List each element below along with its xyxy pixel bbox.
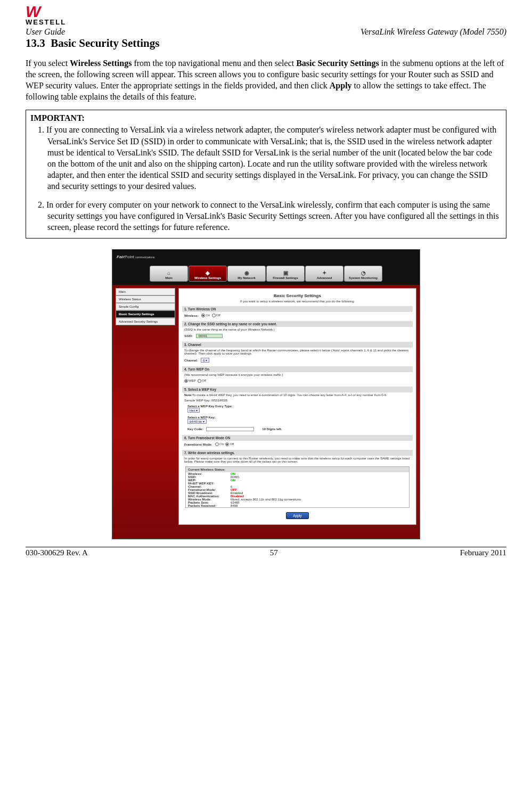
- wireless-off-radio[interactable]: [212, 314, 216, 317]
- section-title-text: Basic Security Settings: [51, 37, 159, 50]
- footer-center: 57: [270, 548, 278, 557]
- step-4-head: 4. Turn WEP On: [182, 366, 413, 372]
- step-1-head: 1. Turn Wireless ON: [182, 306, 413, 312]
- wireless-icon: ◈: [206, 270, 210, 276]
- wep-note: (We recommend using WEP because it encry…: [182, 372, 413, 377]
- wep-key-select-row: Select a WEP Key: 64/40 bit ▾: [182, 414, 413, 425]
- step-2-head: 2. Change the SSID setting to any name o…: [182, 321, 413, 327]
- wep-sample: Sample WEP Key: 0f5319f028: [182, 398, 413, 403]
- current-status-box: Current Wireless Status: Wireless:ONSSID…: [185, 466, 410, 508]
- tab-my-network[interactable]: ◉My Network: [227, 266, 266, 282]
- step-3-head: 3. Channel: [182, 342, 413, 348]
- panel-title: Basic Security Settings: [182, 293, 413, 298]
- frameburst-row: Frameburst Mode: On Off: [182, 441, 413, 448]
- important-item-1: 1. If you are connecting to VersaLink vi…: [30, 124, 502, 192]
- wep-toggle-row: WEP Off: [182, 377, 413, 384]
- sidebar-item-advanced-security[interactable]: Advanced Security Settings: [116, 318, 175, 325]
- header-right: VersaLink Wireless Gateway (Model 7550): [361, 27, 506, 37]
- brand-logo: W WESTELL: [26, 5, 506, 26]
- tab-advanced[interactable]: ✦Advanced: [305, 266, 343, 282]
- intro-paragraph: If you select Wireless Settings from the…: [26, 57, 506, 102]
- page-footer: 030-300629 Rev. A 57 February 2011: [26, 547, 506, 557]
- important-heading: IMPORTANT:: [30, 113, 502, 123]
- section-number: 13.3: [26, 37, 45, 50]
- important-note-box: IMPORTANT: 1. If you are connecting to V…: [26, 110, 506, 239]
- embedded-screenshot: FairPoint communications ⌂Main ◈Wireless…: [26, 249, 506, 539]
- wep-key-note: Note:To create a 64-bit WEP Key, you nee…: [182, 392, 413, 398]
- footer-right: February 2011: [460, 548, 506, 557]
- gear-icon: ✦: [322, 270, 326, 276]
- tab-system-monitoring[interactable]: ◔System Monitoring: [344, 266, 382, 282]
- tab-wireless-settings[interactable]: ◈Wireless Settings: [189, 266, 227, 282]
- step-5-head: 5. Select a WEP Key: [182, 387, 413, 392]
- ssid-row: SSID: 00001: [182, 332, 413, 340]
- sidebar: Main Wireless Status Simple Config Basic…: [116, 288, 175, 525]
- panel-subtitle: If you want to setup a wireless network,…: [182, 300, 413, 303]
- header-left: User Guide: [26, 27, 65, 37]
- channel-note: To change the channel of the frequency b…: [182, 348, 413, 356]
- status-rows: Wireless:ONSSID:00001WEP:ON64-BIT WEP KE…: [186, 472, 409, 507]
- step-7-head: 7. Write down wireless settings.: [182, 450, 413, 456]
- sidebar-item-wireless-status[interactable]: Wireless Status: [116, 295, 175, 303]
- frameburst-on-radio[interactable]: [215, 442, 219, 446]
- network-icon: ◉: [244, 270, 249, 276]
- wep-key-code-row: Key Code: 10 Digits left.: [182, 425, 413, 433]
- main-nav-tabs: ⌂Main ◈Wireless Settings ◉My Network ▣Fi…: [112, 264, 420, 285]
- wep-entry-type-row: Select a WEP Key Entry Type: Hex ▾: [182, 403, 413, 414]
- home-icon: ⌂: [167, 270, 170, 276]
- wep-off-radio[interactable]: [198, 379, 201, 383]
- wep-key-code-input[interactable]: [206, 427, 254, 431]
- fairpoint-logo: FairPoint communications: [117, 254, 154, 259]
- step-6-head: 6. Turn Frameburst Mode ON: [182, 435, 413, 441]
- tab-main[interactable]: ⌂Main: [150, 266, 188, 282]
- channel-select[interactable]: 6 ▾: [201, 358, 209, 363]
- wep-key-select[interactable]: 64/40 bit ▾: [187, 419, 207, 424]
- wep-entry-type-select[interactable]: Hex ▾: [187, 408, 200, 413]
- tab-firewall[interactable]: ▣Firewall Settings: [266, 266, 305, 282]
- logo-brand: WESTELL: [26, 18, 506, 26]
- settings-panel: Basic Security Settings If you want to s…: [178, 288, 416, 525]
- header-row: User Guide VersaLink Wireless Gateway (M…: [26, 27, 506, 37]
- sidebar-item-basic-security[interactable]: Basic Security Settings: [116, 310, 175, 318]
- sidebar-item-main[interactable]: Main: [116, 288, 175, 295]
- status-row: Packets Received:8488: [186, 504, 409, 507]
- app-top-bar: FairPoint communications: [112, 250, 420, 264]
- footer-left: 030-300629 Rev. A: [26, 548, 88, 557]
- logo-mark: W: [26, 5, 506, 18]
- write-down-note: In order for every computer to connect t…: [182, 456, 413, 464]
- monitor-icon: ◔: [361, 270, 366, 276]
- status-heading: Current Wireless Status:: [186, 467, 409, 472]
- firewall-icon: ▣: [283, 270, 288, 276]
- ssid-input[interactable]: 00001: [196, 334, 223, 338]
- channel-row: Channel: 6 ▾: [182, 356, 413, 364]
- wireless-on-radio[interactable]: [201, 314, 205, 317]
- apply-button[interactable]: Apply: [286, 512, 308, 519]
- wireless-toggle-row: Wireless: On Off: [182, 312, 413, 319]
- section-heading: 13.3 Basic Security Settings: [26, 37, 506, 50]
- wep-on-radio[interactable]: [184, 379, 188, 383]
- ssid-note: (SSID is the same thing as the name of y…: [182, 327, 413, 332]
- frameburst-off-radio[interactable]: [225, 442, 229, 446]
- sidebar-item-simple-config[interactable]: Simple Config: [116, 303, 175, 310]
- important-item-2: 2. In order for every computer on your n…: [30, 199, 502, 233]
